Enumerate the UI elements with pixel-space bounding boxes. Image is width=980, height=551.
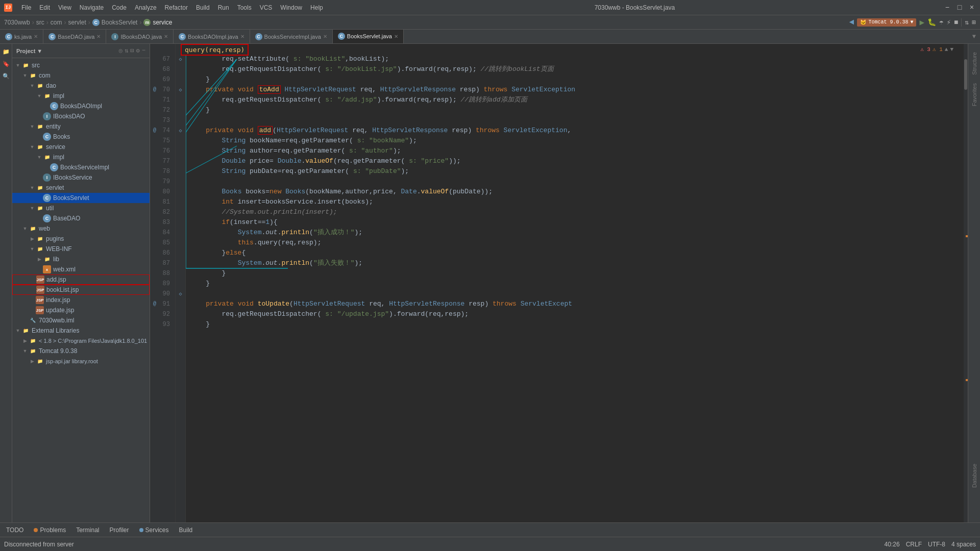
breadcrumb-com[interactable]: com: [51, 19, 62, 26]
tree-webxml[interactable]: x web.xml: [12, 264, 150, 274]
debug-button[interactable]: 🐛: [927, 18, 936, 27]
tree-booksserviceimpl[interactable]: C BooksServiceImpl: [12, 162, 150, 172]
maximize-button[interactable]: □: [955, 4, 964, 12]
layout-button[interactable]: ⊞: [972, 18, 976, 27]
menu-window[interactable]: Window: [277, 3, 305, 12]
tree-com[interactable]: ▼ 📁 com: [12, 70, 150, 81]
tree-service[interactable]: ▼ 📁 service: [12, 142, 150, 152]
find-icon[interactable]: 🔍: [1, 70, 12, 82]
back-btn[interactable]: ◄: [849, 18, 854, 27]
tree-addjsp[interactable]: JSP add.jsp: [12, 274, 150, 285]
tree-pugins[interactable]: ▶ 📁 pugins: [12, 234, 150, 244]
tree-basedao[interactable]: C BaseDAO: [12, 213, 150, 223]
indent-setting[interactable]: 4 spaces: [951, 541, 976, 548]
menu-code[interactable]: Code: [109, 3, 130, 12]
menu-vcs[interactable]: VCS: [257, 3, 276, 12]
menu-view[interactable]: View: [55, 3, 75, 12]
hide-btn[interactable]: −: [142, 47, 145, 55]
tree-lib[interactable]: ▶ 📁 lib: [12, 254, 150, 264]
sync-button[interactable]: ⇅: [965, 18, 969, 27]
close-tab-booksserviceimpl[interactable]: ✕: [323, 34, 327, 39]
tree-util[interactable]: ▼ 📁 util: [12, 203, 150, 213]
breadcrumb-servlet[interactable]: servlet: [68, 19, 86, 26]
menu-file[interactable]: File: [18, 3, 34, 12]
run-button[interactable]: ▶: [919, 17, 924, 28]
close-tab-booksservlet[interactable]: ✕: [394, 34, 398, 39]
tree-tomcat[interactable]: ▼ 📁 Tomcat 9.0.38: [12, 346, 150, 356]
stop-button[interactable]: ■: [954, 18, 958, 27]
menu-analyze[interactable]: Analyze: [132, 3, 160, 12]
tree-imlfile[interactable]: 🔧 7030wwb.iml: [12, 315, 150, 325]
project-icon[interactable]: 📁: [1, 46, 12, 57]
scrollbar-thumb[interactable]: [964, 59, 967, 90]
project-panel: Project ▼ ◎ ⇅ ⊟ ⚙ − ▼ 📁 src ▼ 📁 com: [12, 44, 150, 522]
close-tab-ks[interactable]: ✕: [34, 34, 38, 39]
tree-ibooksdao[interactable]: I IBooksDAO: [12, 111, 150, 121]
locate-btn[interactable]: ◎: [119, 47, 122, 55]
close-tab-basedao[interactable]: ✕: [96, 34, 101, 39]
nav-down-btn[interactable]: ▼: [950, 46, 953, 53]
build-btn[interactable]: Build: [175, 525, 197, 535]
tree-webinf[interactable]: ▼ 📁 WEB-INF: [12, 244, 150, 254]
menu-help[interactable]: Help: [307, 3, 326, 12]
structure-tab[interactable]: Structure: [969, 48, 979, 79]
tab-overflow-btn[interactable]: ▼: [968, 33, 980, 40]
tomcat-config[interactable]: 🐱 Tomcat 9.0.38 ▼: [857, 18, 916, 27]
tab-ks[interactable]: C ks.java ✕: [0, 30, 43, 44]
menu-tools[interactable]: Tools: [234, 3, 255, 12]
database-tab[interactable]: Database: [969, 460, 979, 492]
nav-up-btn[interactable]: ▲: [945, 46, 948, 53]
cursor-position[interactable]: 40:26: [885, 541, 900, 548]
problems-btn[interactable]: Problems: [30, 525, 70, 535]
breadcrumb-src[interactable]: src: [36, 19, 44, 26]
tree-web[interactable]: ▼ 📁 web: [12, 223, 150, 234]
tree-ibooksservice[interactable]: I IBooksService: [12, 172, 150, 183]
close-tab-ibooksdao[interactable]: ✕: [164, 34, 168, 39]
tree-src[interactable]: ▼ 📁 src: [12, 60, 150, 70]
tree-impl2[interactable]: ▼ 📁 impl: [12, 152, 150, 162]
tree-dao[interactable]: ▼ 📁 dao: [12, 81, 150, 91]
favorites-tab[interactable]: Favorites: [969, 79, 979, 110]
tree-impl1[interactable]: ▼ 📁 impl: [12, 91, 150, 101]
vertical-scrollbar[interactable]: [964, 44, 968, 522]
menu-navigate[interactable]: Navigate: [77, 3, 107, 12]
menu-refactor[interactable]: Refactor: [162, 3, 191, 12]
line-ending[interactable]: CRLF: [906, 541, 922, 548]
services-btn[interactable]: Services: [135, 525, 173, 535]
expand-all-btn[interactable]: ⇅: [125, 47, 128, 55]
tab-booksdaoimpl[interactable]: C BooksDAOImpl.java ✕: [174, 30, 250, 44]
tab-ibooksdao[interactable]: I IBooksDAO.java ✕: [106, 30, 174, 44]
terminal-btn[interactable]: Terminal: [72, 525, 103, 535]
settings-btn[interactable]: ⚙: [136, 47, 140, 55]
profile-button[interactable]: ⚡: [947, 18, 951, 27]
menu-edit[interactable]: Edit: [36, 3, 53, 12]
tree-booksdaoimpl[interactable]: C BooksDAOImpl: [12, 101, 150, 111]
breadcrumb-project[interactable]: 7030wwb: [4, 19, 30, 26]
code-content[interactable]: req.setAttribute( s: "bookList",bookList…: [186, 44, 964, 522]
tree-jdk[interactable]: ▶ 📁 < 1.8 > C:\Program Files\Java\jdk1.8…: [12, 336, 150, 346]
encoding[interactable]: UTF-8: [928, 541, 945, 548]
menu-build[interactable]: Build: [193, 3, 213, 12]
minimize-button[interactable]: −: [943, 4, 951, 12]
bookmarks-icon[interactable]: 🔖: [1, 58, 12, 69]
tree-books[interactable]: C Books: [12, 132, 150, 142]
todo-btn[interactable]: TODO: [2, 525, 28, 535]
tab-booksserviceimpl[interactable]: C BooksServiceImpl.java ✕: [250, 30, 333, 44]
tree-external-libs[interactable]: ▼ 📁 External Libraries: [12, 325, 150, 336]
coverage-button[interactable]: ☂: [939, 18, 943, 27]
tree-servlet[interactable]: ▼ 📁 servlet: [12, 183, 150, 193]
collapse-all-btn[interactable]: ⊟: [130, 47, 134, 55]
tree-indexjsp[interactable]: JSP index.jsp: [12, 295, 150, 305]
tree-booksservlet[interactable]: C BooksServlet: [12, 193, 150, 203]
profiler-btn[interactable]: Profiler: [106, 525, 133, 535]
tab-basedao[interactable]: C BaseDAO.java ✕: [43, 30, 106, 44]
menu-run[interactable]: Run: [215, 3, 232, 12]
tree-booklistjsp[interactable]: JSP bookList.jsp: [12, 285, 150, 295]
close-button[interactable]: ×: [968, 4, 976, 12]
tree-jspapi[interactable]: ▶ 📁 jsp-api.jar library.root: [12, 356, 150, 366]
breadcrumb-classname[interactable]: BooksServlet: [102, 19, 138, 26]
tab-booksservlet[interactable]: C BooksServlet.java ✕: [333, 30, 404, 44]
tree-updatejsp[interactable]: JSP update.jsp: [12, 305, 150, 315]
tree-entity[interactable]: ▼ 📁 entity: [12, 121, 150, 132]
close-tab-booksdaoimpl[interactable]: ✕: [240, 34, 244, 39]
